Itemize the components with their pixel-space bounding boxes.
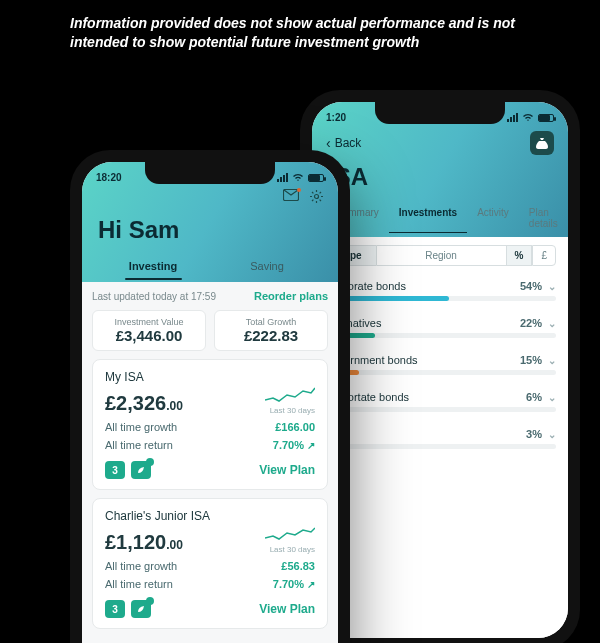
- back-button[interactable]: ‹ Back: [326, 135, 361, 151]
- back-label: Back: [335, 136, 362, 150]
- segment-control: Type Region % £: [324, 245, 556, 266]
- plan-card-junior-isa[interactable]: Charlie's Junior ISA £1,120.00 Last 30 d…: [92, 498, 328, 629]
- total-growth: £222.83: [215, 327, 327, 344]
- allocation-bar: [324, 296, 556, 301]
- plan-name: My ISA: [105, 370, 315, 384]
- allocation-pct: 54% ⌄: [520, 280, 556, 292]
- investment-value-label: Investment Value: [93, 317, 205, 327]
- wifi-icon: [292, 173, 304, 182]
- tab-investing[interactable]: Investing: [96, 254, 210, 282]
- allocation-bar: [324, 333, 556, 338]
- investment-value: £3,446.00: [93, 327, 205, 344]
- sparkline: Last 30 days: [265, 386, 315, 415]
- status-time: 1:20: [326, 112, 346, 123]
- chevron-down-icon: ⌄: [548, 429, 556, 440]
- seg-region[interactable]: Region: [377, 245, 506, 266]
- plan-name: Charlie's Junior ISA: [105, 509, 315, 523]
- chevron-down-icon: ⌄: [548, 355, 556, 366]
- allocation-bar: [324, 444, 556, 449]
- plan-badges: 3: [105, 461, 151, 479]
- allocation-row[interactable]: Corportate bonds6% ⌄: [324, 391, 556, 412]
- page-title: ISA: [326, 161, 554, 201]
- plan-badges: 3: [105, 600, 151, 618]
- reorder-plans-button[interactable]: Reorder plans: [254, 290, 328, 302]
- chevron-left-icon: ‹: [326, 135, 331, 151]
- allocation-pct: 6% ⌄: [526, 391, 556, 403]
- phone-notch: [145, 162, 275, 184]
- inbox-icon[interactable]: [283, 189, 299, 204]
- detail-tabs: Summary Investments Activity Plan detail…: [326, 201, 554, 237]
- allocation-pct: 3% ⌄: [526, 428, 556, 440]
- up-arrow-icon: ↗: [307, 440, 315, 451]
- badge-leaf-icon: [131, 461, 151, 479]
- plan-value: £2,326.00: [105, 392, 183, 415]
- total-growth-card: Total Growth £222.83: [214, 310, 328, 351]
- total-growth-label: Total Growth: [215, 317, 327, 327]
- chevron-down-icon: ⌄: [548, 281, 556, 292]
- settings-icon[interactable]: [309, 189, 324, 204]
- wifi-icon: [522, 113, 534, 122]
- signal-icon: [507, 113, 518, 122]
- allocation-pct: 15% ⌄: [520, 354, 556, 366]
- svg-point-1: [315, 195, 319, 199]
- allocation-row[interactable]: Government bonds15% ⌄: [324, 354, 556, 375]
- tab-saving[interactable]: Saving: [210, 254, 324, 282]
- seg-gbp[interactable]: £: [532, 245, 556, 266]
- plan-value: £1,120.00: [105, 531, 183, 554]
- view-plan-button[interactable]: View Plan: [259, 463, 315, 477]
- badge-count: 3: [105, 461, 125, 479]
- seg-percent[interactable]: %: [506, 245, 533, 266]
- sparkline: Last 30 days: [265, 525, 315, 554]
- allocation-bar: [324, 407, 556, 412]
- growth-value: £56.83: [281, 560, 315, 572]
- phone-notch: [375, 102, 505, 124]
- view-plan-button[interactable]: View Plan: [259, 602, 315, 616]
- up-arrow-icon: ↗: [307, 579, 315, 590]
- investment-value-card: Investment Value £3,446.00: [92, 310, 206, 351]
- allocation-row[interactable]: Cash3% ⌄: [324, 428, 556, 449]
- chevron-down-icon: ⌄: [548, 392, 556, 403]
- status-time: 18:20: [96, 172, 122, 183]
- last-updated: Last updated today at 17:59: [92, 291, 216, 302]
- return-value: 7.70%↗: [273, 578, 315, 590]
- return-value: 7.70%↗: [273, 439, 315, 451]
- battery-icon: [538, 114, 554, 122]
- growth-value: £166.00: [275, 421, 315, 433]
- growth-label: All time growth: [105, 421, 177, 433]
- return-label: All time return: [105, 578, 173, 590]
- signal-icon: [277, 173, 288, 182]
- battery-icon: [308, 174, 324, 182]
- chevron-down-icon: ⌄: [548, 318, 556, 329]
- plan-card-my-isa[interactable]: My ISA £2,326.00 Last 30 days All time g…: [92, 359, 328, 490]
- tab-plan-details[interactable]: Plan details: [519, 201, 568, 237]
- status-indicators: [277, 172, 324, 183]
- allocation-bar: [324, 370, 556, 375]
- badge-leaf-icon: [131, 600, 151, 618]
- greeting: Hi Sam: [96, 212, 324, 254]
- disclaimer-text: Information provided does not show actua…: [0, 0, 600, 52]
- return-label: All time return: [105, 439, 173, 451]
- status-indicators: [507, 112, 554, 123]
- allocation-row[interactable]: Alternatives22% ⌄: [324, 317, 556, 338]
- tab-investments[interactable]: Investments: [389, 201, 467, 237]
- growth-label: All time growth: [105, 560, 177, 572]
- allocation-row[interactable]: Corporate bonds54% ⌄: [324, 280, 556, 301]
- allocation-pct: 22% ⌄: [520, 317, 556, 329]
- badge-count: 3: [105, 600, 125, 618]
- plan-icon[interactable]: [530, 131, 554, 155]
- phone-front: 18:20: [70, 150, 350, 643]
- tab-activity[interactable]: Activity: [467, 201, 519, 237]
